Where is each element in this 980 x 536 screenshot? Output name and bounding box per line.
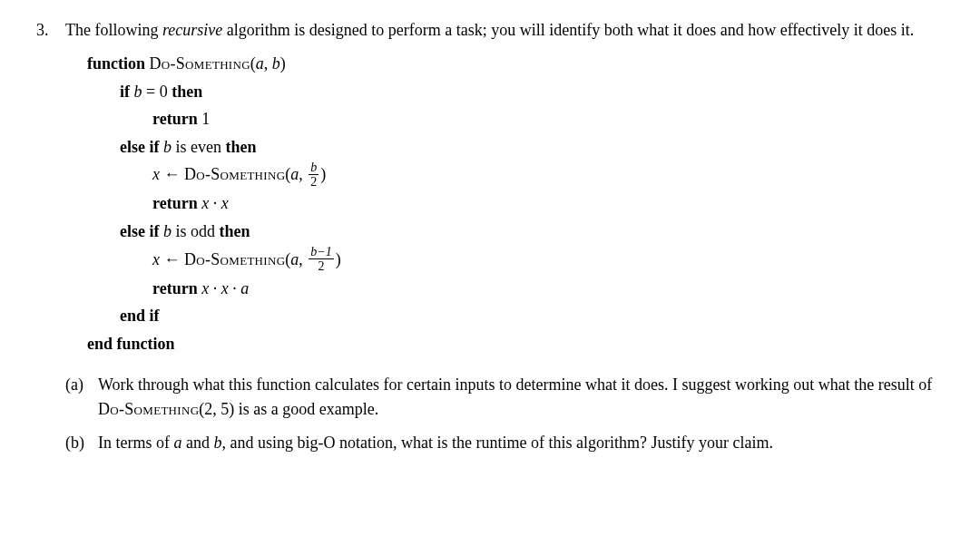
algo-return-even: return x · x [87, 190, 944, 218]
comma: , [264, 54, 272, 73]
subpart-a-body: Work through what this function calculat… [98, 373, 944, 422]
ret3-x1: x [201, 279, 209, 297]
kw-then: then [225, 138, 256, 156]
algo-if-line: if b = 0 then [87, 78, 944, 106]
ret3-dot1: · [209, 279, 221, 297]
call2-comma: , [299, 165, 307, 183]
a-text-post: is as a good example. [234, 400, 378, 418]
assign-x: x [152, 250, 160, 268]
call-name: Do-Something [184, 165, 285, 183]
ret3-a: a [240, 279, 249, 297]
ret3-dot2: · [229, 279, 241, 297]
a-call-name: Do-Something [98, 400, 199, 418]
frac-num: b−1 [309, 245, 334, 259]
algo-function-header: function Do-Something(a, b) [87, 50, 944, 78]
cond1-eq: = 0 [142, 83, 172, 101]
ret2-x1: x [201, 194, 209, 212]
param-b: b [272, 54, 280, 73]
kw-if: if [120, 83, 130, 101]
call-name: Do-Something [184, 250, 285, 268]
subpart-a-label: (a) [65, 373, 91, 422]
subpart-a: (a) Work through what this function calc… [65, 373, 944, 422]
kw-function: function [87, 54, 145, 73]
algo-return-odd: return x · x · a [87, 275, 944, 303]
frac-den: 2 [309, 259, 334, 273]
cond1-b: b [134, 83, 142, 101]
problem-intro: The following recursive algorithm is des… [65, 18, 944, 43]
a-call-args: (2, 5) [199, 400, 234, 418]
fraction-b-over-2: b2 [309, 161, 318, 188]
cond3-txt: is odd [172, 222, 220, 240]
problem-number: 3. [36, 18, 58, 464]
fn-name: Do-Something [150, 54, 250, 73]
param-a: a [256, 54, 264, 73]
ret1-val: 1 [198, 110, 211, 128]
frac-den: 2 [309, 175, 318, 189]
algo-elseif-even: else if b is even then [87, 133, 944, 161]
kw-then: then [172, 83, 202, 101]
problem-body: The following recursive algorithm is des… [65, 18, 944, 464]
kw-return: return [152, 279, 198, 297]
kw-endfunction: end function [87, 335, 175, 353]
algo-assign-even: x ← Do-Something(a, b2) [87, 161, 944, 190]
algo-return-1: return 1 [87, 105, 944, 133]
cond2-b: b [163, 138, 172, 156]
ret2-dot1: · [209, 194, 221, 212]
intro-italic: recursive [162, 21, 222, 39]
b-text-post: , and using big-O notation, what is the … [221, 434, 772, 452]
kw-endif: end if [120, 307, 160, 325]
ret3-x2: x [221, 279, 229, 297]
kw-elseif: else if [120, 222, 159, 240]
intro-pre: The following [65, 21, 162, 39]
cond3-b: b [163, 222, 172, 240]
algo-endif: end if [87, 302, 944, 330]
b-text-pre: In terms of [98, 434, 173, 452]
kw-return: return [152, 194, 198, 212]
subpart-b: (b) In terms of a and b, and using big-O… [65, 431, 944, 455]
call3-comma: , [299, 250, 307, 268]
kw-then: then [220, 222, 250, 240]
assign-arrow: ← [160, 250, 184, 268]
subpart-b-label: (b) [65, 431, 91, 455]
assign-x: x [152, 165, 160, 183]
call2-a: a [290, 165, 299, 183]
kw-return: return [152, 110, 198, 128]
b-and: and [181, 434, 213, 452]
ret2-x2: x [221, 194, 229, 212]
call3-a: a [290, 250, 299, 268]
kw-elseif: else if [120, 138, 159, 156]
call2-close: ) [320, 165, 326, 183]
fraction-bminus1-over-2: b−12 [309, 245, 334, 272]
subpart-b-body: In terms of a and b, and using big-O not… [98, 431, 944, 455]
algo-elseif-odd: else if b is odd then [87, 218, 944, 246]
algo-assign-odd: x ← Do-Something(a, b−12) [87, 246, 944, 275]
paren-close: ) [280, 54, 286, 73]
intro-post: algorithm is designed to perform a task;… [222, 21, 914, 39]
problem-3: 3. The following recursive algorithm is … [36, 18, 944, 464]
frac-num: b [309, 161, 318, 175]
cond2-txt: is even [172, 138, 225, 156]
a-text-pre: Work through what this function calculat… [98, 375, 932, 394]
algorithm-block: function Do-Something(a, b) if b = 0 the… [87, 50, 944, 358]
call3-close: ) [336, 250, 341, 268]
assign-arrow: ← [160, 165, 184, 183]
subparts: (a) Work through what this function calc… [65, 373, 944, 455]
algo-endfunction: end function [87, 330, 944, 358]
